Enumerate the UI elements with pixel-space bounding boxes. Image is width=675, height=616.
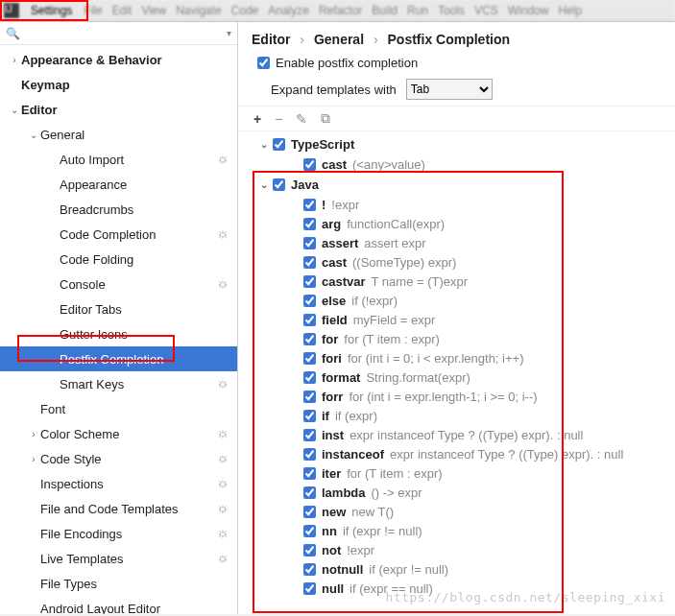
sidebar-item-inspections[interactable]: Inspections⛭ [0,471,237,496]
template-row[interactable]: iterfor (T item : expr) [257,463,675,483]
template-checkbox[interactable] [303,429,316,441]
menu-item[interactable]: VCS [474,4,498,17]
menu-item[interactable]: Analyze [268,4,309,17]
template-checkbox[interactable] [303,237,316,249]
template-row[interactable]: forifor (int i = 0; i < expr.length; i++… [257,348,675,367]
template-row[interactable]: nullif (expr == null) [257,579,675,598]
edit-button[interactable]: ✎ [296,111,307,127]
breadcrumb-a[interactable]: Editor [252,32,290,47]
menu-item[interactable]: Tools [438,4,465,17]
expand-templates-select[interactable]: Tab [406,79,493,100]
sidebar-item-editor[interactable]: ⌄Editor [0,97,237,122]
sidebar-item-appearance[interactable]: Appearance [0,172,237,197]
template-row[interactable]: cast(<any>value) [257,154,675,174]
sidebar-item-android-layout-editor[interactable]: Android Layout Editor [0,596,237,614]
language-checkbox[interactable] [273,178,285,191]
sidebar-item-editor-tabs[interactable]: Editor Tabs [0,296,237,321]
template-row[interactable]: lambda() -> expr [257,483,675,502]
sidebar-item-live-templates[interactable]: Live Templates⛭ [0,546,237,571]
template-row[interactable]: notnullif (expr != null) [257,559,675,579]
sidebar-item-font[interactable]: Font [0,396,237,421]
menu-item[interactable]: Help [558,4,582,17]
template-checkbox[interactable] [303,218,316,230]
template-checkbox[interactable] [303,314,316,326]
menu-item[interactable]: Code [231,4,259,17]
remove-button[interactable]: − [275,111,282,127]
sidebar-item-breadcrumbs[interactable]: Breadcrumbs [0,197,237,222]
template-checkbox[interactable] [303,295,316,307]
template-checkbox[interactable] [303,544,316,557]
template-row[interactable]: !!expr [257,195,675,214]
sidebar-item-gutter-icons[interactable]: Gutter Icons [0,321,237,346]
template-row[interactable]: argfunctionCall(expr) [257,214,675,233]
menu-item[interactable]: Build [372,4,398,17]
template-checkbox[interactable] [303,525,316,537]
template-checkbox[interactable] [303,486,316,499]
sidebar-item-general[interactable]: ⌄General [0,122,237,147]
menu-item[interactable]: View [141,4,166,17]
sidebar-item-file-and-code-templates[interactable]: File and Code Templates⛭ [0,496,237,521]
template-row[interactable]: forfor (T item : expr) [257,329,675,348]
search-bar[interactable]: 🔍 ▾ [0,22,237,45]
template-row[interactable]: nnif (expr != null) [257,521,675,540]
template-row[interactable]: castvarT name = (T)expr [257,272,675,291]
menu-item[interactable]: Window [508,4,549,17]
menubar: IJ Settings FileEditViewNavigateCodeAnal… [0,0,675,21]
sidebar-item-file-encodings[interactable]: File Encodings⛭ [0,521,237,546]
template-checkbox[interactable] [303,256,316,269]
template-checkbox[interactable] [303,275,316,288]
template-checkbox[interactable] [303,506,316,518]
gear-icon: ⛭ [217,452,229,466]
language-group-typescript[interactable]: ⌄TypeScript [257,133,675,154]
menu-item[interactable]: Refactor [319,4,362,17]
template-key: fori [322,351,342,366]
template-checkbox[interactable] [303,352,316,365]
sidebar-item-postfix-completion[interactable]: Postfix Completion [0,346,237,371]
template-checkbox[interactable] [303,199,316,211]
menu-item[interactable]: Edit [112,4,133,17]
chevron-down-icon[interactable]: ▾ [227,28,231,38]
sidebar-item-appearance-behavior[interactable]: ›Appearance & Behavior [0,47,237,72]
template-checkbox[interactable] [303,371,316,384]
template-checkbox[interactable] [303,467,316,480]
template-row[interactable]: not!expr [257,540,675,559]
sidebar-item-color-scheme[interactable]: ›Color Scheme⛭ [0,421,237,446]
sidebar-item-smart-keys[interactable]: Smart Keys⛭ [0,371,237,396]
template-row[interactable]: cast((SomeType) expr) [257,252,675,272]
copy-button[interactable]: ⧉ [321,110,330,127]
template-checkbox[interactable] [303,563,316,576]
template-checkbox[interactable] [303,333,316,345]
sidebar-item-keymap[interactable]: Keymap [0,72,237,97]
template-checkbox[interactable] [303,582,316,595]
template-row[interactable]: newnew T() [257,502,675,521]
template-key: inst [322,428,344,442]
sidebar-item-code-completion[interactable]: Code Completion⛭ [0,222,237,247]
add-button[interactable]: + [253,111,261,127]
template-checkbox[interactable] [303,448,316,461]
template-row[interactable]: instexpr instanceof Type ? ((Type) expr)… [257,425,675,444]
template-checkbox[interactable] [303,391,316,403]
template-checkbox[interactable] [303,410,316,422]
enable-postfix-checkbox[interactable] [257,57,270,69]
sidebar-item-file-types[interactable]: File Types [0,571,237,596]
breadcrumb-b[interactable]: General [314,32,364,47]
template-row[interactable]: ifif (expr) [257,406,675,425]
template-row[interactable]: instanceofexpr instanceof Type ? ((Type)… [257,444,675,463]
template-row[interactable]: formatString.format(expr) [257,367,675,387]
sidebar-item-console[interactable]: Console⛭ [0,272,237,296]
language-group-java[interactable]: ⌄Java [257,174,675,195]
menu-item[interactable]: File [84,4,102,17]
menu-item[interactable]: Navigate [176,4,221,17]
template-checkbox[interactable] [303,158,316,171]
template-row[interactable]: fieldmyField = expr [257,310,675,329]
sidebar-item-auto-import[interactable]: Auto Import⛭ [0,147,237,172]
template-row[interactable]: assertassert expr [257,233,675,252]
sidebar-item-code-style[interactable]: ›Code Style⛭ [0,446,237,471]
sidebar-item-code-folding[interactable]: Code Folding [0,247,237,272]
language-checkbox[interactable] [273,138,285,151]
search-input[interactable] [24,26,227,40]
sidebar-item-label: Console [60,277,106,292]
menu-item[interactable]: Run [407,4,428,17]
template-row[interactable]: forrfor (int i = expr.length-1; i >= 0; … [257,387,675,406]
template-row[interactable]: elseif (!expr) [257,291,675,310]
